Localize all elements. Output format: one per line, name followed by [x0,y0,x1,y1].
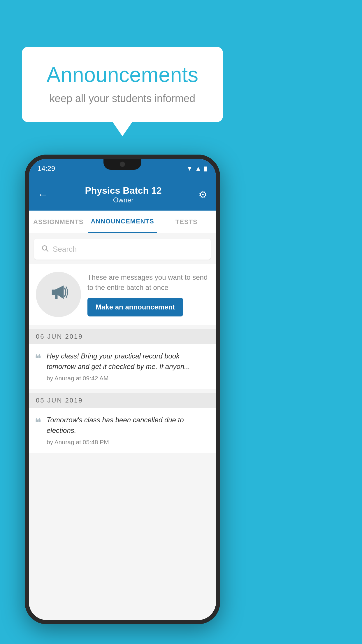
announcement-text: Hey class! Bring your practical record b… [47,351,210,372]
speech-bubble-card: Announcements keep all your students inf… [22,47,223,122]
date-divider-2: 05 JUN 2019 [29,393,216,408]
signal-icon: ▲ [195,165,201,172]
phone-mockup: 14:29 ▼ ▲ ▮ ← Physics Batch 12 Owner ⚙ A… [25,155,220,624]
announcement-item[interactable]: ❝ Hey class! Bring your practical record… [29,344,216,389]
header-title-block: Physics Batch 12 Owner [48,185,198,204]
wifi-icon: ▼ [186,165,193,172]
camera-notch [103,159,141,170]
megaphone-icon [48,282,69,307]
tab-assignments[interactable]: ASSIGNMENTS [29,211,88,233]
battery-icon: ▮ [204,165,207,172]
quote-icon: ❝ [35,416,41,429]
status-icons: ▼ ▲ ▮ [186,165,207,172]
announcement-meta: by Anurag at 09:42 AM [47,375,210,382]
tab-tests[interactable]: TESTS [157,211,216,233]
promo-icon-circle [36,272,81,317]
phone-screen: 14:29 ▼ ▲ ▮ ← Physics Batch 12 Owner ⚙ A… [29,159,216,620]
tabs-bar: ASSIGNMENTS ANNOUNCEMENTS TESTS [29,211,216,233]
announcement-content: Hey class! Bring your practical record b… [47,351,210,382]
bubble-subtitle: keep all your students informed [39,92,205,105]
announcement-meta: by Anurag at 05:48 PM [47,439,210,446]
promo-right: These are messages you want to send to t… [87,272,209,317]
status-time: 14:29 [38,164,55,173]
search-icon [41,244,49,254]
announcement-content: Tomorrow's class has been cancelled due … [47,415,210,446]
role-label: Owner [48,196,198,204]
svg-line-1 [46,250,48,251]
front-camera [120,162,125,167]
quote-icon: ❝ [35,353,41,365]
search-placeholder: Search [53,245,77,254]
promo-description: These are messages you want to send to t… [87,272,209,293]
tab-announcements[interactable]: ANNOUNCEMENTS [88,211,157,233]
back-button[interactable]: ← [38,188,48,201]
search-bar[interactable]: Search [34,239,211,260]
announcement-text: Tomorrow's class has been cancelled due … [47,415,210,436]
make-announcement-button[interactable]: Make an announcement [87,298,183,316]
screen-content: Search These are messages you want to se… [29,233,216,620]
announcement-item[interactable]: ❝ Tomorrow's class has been cancelled du… [29,408,216,453]
status-bar: 14:29 ▼ ▲ ▮ [29,159,216,178]
bubble-title: Announcements [39,63,205,87]
batch-name-title: Physics Batch 12 [48,185,198,196]
promo-block: These are messages you want to send to t… [29,264,216,325]
settings-gear-icon[interactable]: ⚙ [198,189,207,200]
date-divider-1: 06 JUN 2019 [29,329,216,344]
app-header: ← Physics Batch 12 Owner ⚙ [29,178,216,211]
